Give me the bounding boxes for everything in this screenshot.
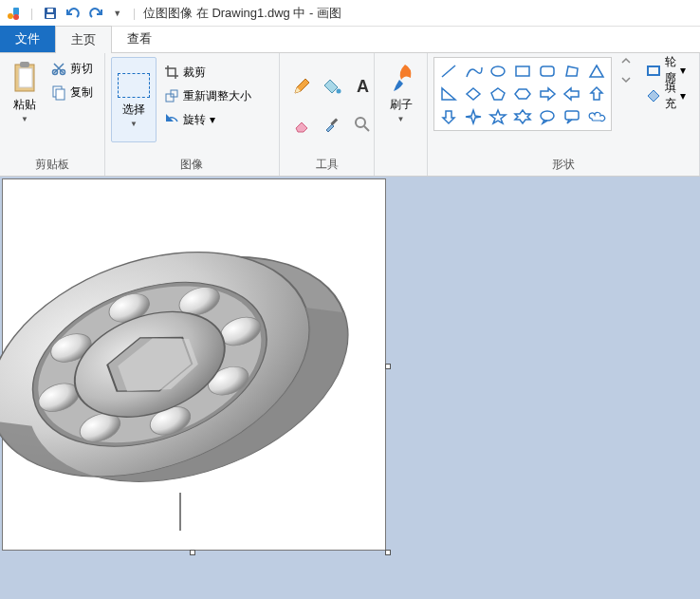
shape-right-triangle[interactable]: [437, 84, 460, 104]
canvas-area[interactable]: [0, 177, 700, 599]
shape-arrow-right[interactable]: [536, 84, 559, 104]
shape-triangle[interactable]: [585, 61, 608, 82]
resize-button[interactable]: 重新调整大小: [160, 84, 255, 107]
rotate-icon: [164, 112, 179, 127]
tab-view[interactable]: 查看: [112, 26, 167, 52]
group-brush: 刷子 ▼: [375, 53, 428, 176]
shape-diamond[interactable]: [462, 84, 485, 104]
resize-handle-right[interactable]: [385, 364, 391, 369]
svg-marker-26: [590, 66, 603, 77]
separator: |: [133, 7, 136, 20]
shape-polygon[interactable]: [561, 61, 583, 82]
save-icon[interactable]: [41, 4, 60, 23]
rotate-label: 旋转: [183, 112, 206, 128]
cut-label: 剪切: [70, 61, 93, 77]
shape-gallery[interactable]: [433, 57, 612, 131]
chevron-down-icon: ▾: [680, 89, 686, 103]
fill-tool[interactable]: [322, 76, 342, 97]
undo-icon[interactable]: [64, 4, 83, 23]
svg-point-2: [13, 14, 19, 20]
shape-gallery-scroll[interactable]: [621, 57, 631, 84]
select-icon: [118, 73, 150, 98]
scissors-icon: [51, 61, 66, 76]
resize-icon: [164, 88, 179, 103]
svg-marker-36: [490, 110, 506, 123]
app-icon: [4, 4, 23, 23]
copy-icon: [51, 84, 66, 100]
shape-callout-round[interactable]: [536, 106, 559, 127]
fill-button[interactable]: 填充 ▾: [642, 84, 690, 107]
shape-arrow-up[interactable]: [585, 84, 608, 104]
shape-6star[interactable]: [511, 106, 534, 127]
svg-rect-23: [516, 66, 529, 76]
select-button[interactable]: 选择 ▼: [111, 57, 157, 142]
shape-arrow-down[interactable]: [437, 106, 460, 127]
chevron-down-icon[interactable]: [621, 76, 631, 84]
crop-label: 裁剪: [183, 65, 206, 81]
chevron-down-icon: ▾: [210, 113, 215, 126]
tab-row: 文件 主页 查看: [0, 27, 700, 53]
svg-rect-39: [565, 111, 579, 120]
shape-curve[interactable]: [462, 61, 485, 82]
svg-marker-37: [515, 110, 530, 123]
svg-rect-5: [47, 9, 53, 12]
brush-label: 刷子: [390, 97, 413, 113]
shape-cloud[interactable]: [585, 106, 608, 127]
svg-line-20: [364, 126, 369, 131]
svg-text:A: A: [357, 77, 369, 96]
shape-pentagon[interactable]: [487, 84, 509, 104]
svg-point-0: [8, 13, 13, 19]
svg-marker-29: [491, 88, 505, 100]
separator: |: [30, 7, 33, 20]
text-tool[interactable]: A: [352, 76, 373, 97]
chevron-up-icon[interactable]: [621, 57, 631, 65]
tab-home[interactable]: 主页: [55, 26, 112, 53]
shape-line[interactable]: [437, 61, 460, 82]
paste-button[interactable]: 粘贴 ▼: [6, 57, 44, 127]
outline-button[interactable]: 轮廓 ▾: [642, 59, 690, 82]
group-label-image: 图像: [111, 153, 273, 176]
chevron-down-icon: ▼: [130, 120, 138, 128]
resize-handle-bottom[interactable]: [190, 550, 195, 555]
resize-handle-corner[interactable]: [385, 550, 391, 555]
shape-5star[interactable]: [487, 106, 509, 127]
drawing-canvas[interactable]: [3, 179, 385, 550]
cut-button[interactable]: 剪切: [47, 57, 97, 80]
window-title: 位图图像 在 Drawing1.dwg 中 - 画图: [143, 5, 341, 22]
group-image: 选择 ▼ 裁剪 重新调整大小 旋转 ▾ 图像: [105, 53, 280, 176]
redo-icon[interactable]: [86, 4, 105, 23]
svg-marker-27: [442, 88, 455, 100]
brush-icon: [386, 61, 416, 95]
qat-dropdown-icon[interactable]: ▼: [113, 9, 121, 18]
svg-rect-7: [19, 68, 32, 87]
shape-oval[interactable]: [487, 61, 509, 82]
chevron-down-icon: ▼: [21, 115, 28, 123]
svg-rect-24: [541, 66, 554, 76]
svg-point-19: [356, 118, 365, 127]
eraser-tool[interactable]: [291, 114, 312, 135]
brush-button[interactable]: 刷子 ▼: [380, 57, 421, 127]
rotate-button[interactable]: 旋转 ▾: [160, 108, 255, 131]
crop-button[interactable]: 裁剪: [160, 61, 255, 84]
magnifier-tool[interactable]: [352, 114, 373, 135]
paste-label: 粘贴: [13, 97, 36, 113]
svg-rect-8: [20, 62, 29, 67]
eyedropper-tool[interactable]: [322, 114, 342, 135]
tab-file[interactable]: 文件: [0, 26, 55, 52]
shape-4star[interactable]: [462, 106, 485, 127]
svg-marker-25: [566, 66, 578, 76]
shape-hexagon[interactable]: [511, 84, 534, 104]
svg-rect-40: [648, 66, 659, 75]
pencil-tool[interactable]: [291, 76, 312, 97]
shape-roundrect[interactable]: [536, 61, 559, 82]
copy-button[interactable]: 复制: [47, 81, 97, 103]
shape-arrow-left[interactable]: [561, 84, 583, 104]
clipboard-icon: [10, 61, 39, 95]
svg-rect-18: [330, 118, 338, 125]
svg-marker-35: [466, 110, 481, 123]
group-tools: A 工具: [280, 53, 375, 176]
shape-rect[interactable]: [511, 61, 534, 82]
ribbon: 粘贴 ▼ 剪切 复制 剪贴板 选择 ▼: [0, 53, 700, 177]
title-bar: | ▼ | 位图图像 在 Drawing1.dwg 中 - 画图: [0, 0, 700, 27]
shape-callout-rect[interactable]: [561, 106, 583, 127]
